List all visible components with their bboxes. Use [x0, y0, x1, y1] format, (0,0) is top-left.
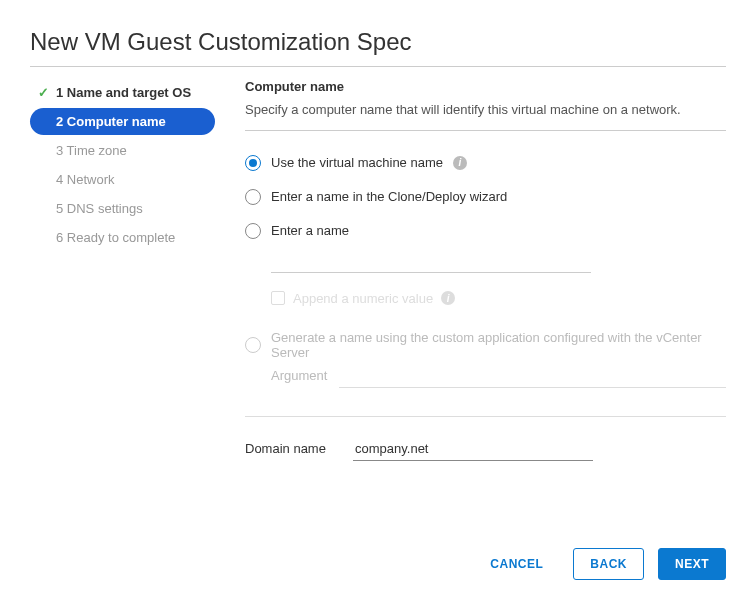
back-button[interactable]: BACK: [573, 548, 644, 580]
radio-icon: [245, 155, 261, 171]
name-input[interactable]: [271, 249, 591, 273]
radio-icon: [245, 189, 261, 205]
radio-use-vm-name[interactable]: Use the virtual machine name i: [245, 155, 726, 171]
cancel-button[interactable]: CANCEL: [474, 549, 559, 579]
checkbox-icon: [271, 291, 285, 305]
radio-label: Enter a name in the Clone/Deploy wizard: [271, 189, 507, 204]
radio-icon: [245, 337, 261, 353]
dialog-title: New VM Guest Customization Spec: [30, 28, 726, 67]
step-name-target-os[interactable]: 1 Name and target OS: [30, 79, 215, 106]
main-panel: Computer name Specify a computer name th…: [245, 79, 726, 530]
wizard-steps: 1 Name and target OS 2 Computer name 3 T…: [30, 79, 215, 530]
next-button[interactable]: NEXT: [658, 548, 726, 580]
radio-generate-name: Generate a name using the custom applica…: [245, 330, 726, 360]
section-description: Specify a computer name that will identi…: [245, 100, 726, 120]
step-time-zone[interactable]: 3 Time zone: [30, 137, 215, 164]
domain-divider: [245, 416, 726, 417]
step-dns-settings[interactable]: 5 DNS settings: [30, 195, 215, 222]
step-network[interactable]: 4 Network: [30, 166, 215, 193]
radio-icon: [245, 223, 261, 239]
radio-label: Enter a name: [271, 223, 349, 238]
info-icon[interactable]: i: [453, 156, 467, 170]
domain-row: Domain name: [245, 437, 726, 461]
radio-label: Use the virtual machine name: [271, 155, 443, 170]
argument-label: Argument: [271, 368, 327, 383]
info-icon: i: [441, 291, 455, 305]
customization-dialog: New VM Guest Customization Spec 1 Name a…: [0, 0, 756, 600]
step-ready-complete[interactable]: 6 Ready to complete: [30, 224, 215, 251]
name-input-wrap: [271, 249, 726, 273]
checkbox-append-numeric: Append a numeric value i: [271, 291, 726, 306]
domain-input[interactable]: [353, 437, 593, 461]
radio-label: Generate a name using the custom applica…: [271, 330, 726, 360]
dialog-footer: CANCEL BACK NEXT: [30, 530, 726, 580]
section-divider: [245, 130, 726, 131]
checkbox-label: Append a numeric value: [293, 291, 433, 306]
domain-label: Domain name: [245, 441, 335, 456]
radio-enter-name[interactable]: Enter a name: [245, 223, 726, 239]
argument-row: Argument: [271, 364, 726, 388]
section-title: Computer name: [245, 79, 726, 94]
argument-input: [339, 364, 726, 388]
dialog-content: 1 Name and target OS 2 Computer name 3 T…: [30, 67, 726, 530]
radio-enter-wizard[interactable]: Enter a name in the Clone/Deploy wizard: [245, 189, 726, 205]
step-computer-name[interactable]: 2 Computer name: [30, 108, 215, 135]
